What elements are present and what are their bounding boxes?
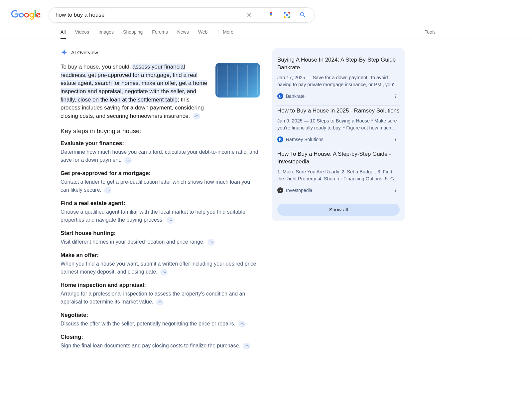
steps-heading: Key steps in buying a house: <box>61 127 260 135</box>
source-site: Investopedia <box>286 188 312 193</box>
svg-point-23 <box>395 191 396 192</box>
tab-more[interactable]: More <box>217 29 233 39</box>
svg-point-8 <box>286 14 288 16</box>
step-title: Make an offer: <box>61 252 260 259</box>
step-body: Visit different homes in your desired lo… <box>61 238 260 246</box>
source-item: How to Buy a House in 2025 - Ramsey Solu… <box>277 106 400 149</box>
citation-badge[interactable] <box>167 217 174 224</box>
source-overflow[interactable] <box>392 186 400 194</box>
ai-summary: To buy a house, you should: assess your … <box>61 63 209 120</box>
sources-card: Buying A House In 2024: A Step-By-Step G… <box>272 48 405 221</box>
tab-images[interactable]: Images <box>98 29 114 39</box>
citation-badge[interactable] <box>124 157 132 164</box>
svg-point-11 <box>218 33 219 34</box>
show-all-button[interactable]: Show all <box>277 204 400 216</box>
svg-point-22 <box>395 190 396 191</box>
citation-badge[interactable] <box>243 343 250 349</box>
svg-point-15 <box>395 95 396 95</box>
svg-point-18 <box>395 138 396 138</box>
top-bar <box>0 0 532 23</box>
step-item: Find a real estate agent:Choose a qualif… <box>61 200 260 224</box>
source-item: Buying A House In 2024: A Step-By-Step G… <box>277 55 400 106</box>
source-title[interactable]: How To Buy a House: A Step-by-Step Guide… <box>277 150 400 166</box>
step-body: When you find a house you want, submit a… <box>61 260 260 276</box>
source-title[interactable]: Buying A House In 2024: A Step-By-Step G… <box>277 56 400 72</box>
citation-badge[interactable] <box>104 187 111 194</box>
step-body: Contact a lender to get a pre-qualificat… <box>61 178 260 194</box>
step-title: Get pre-approved for a mortgage: <box>61 170 260 177</box>
summary-lead: To buy a house, you should: <box>61 64 132 70</box>
step-body: Discuss the offer with the seller, poten… <box>61 320 260 328</box>
svg-point-16 <box>395 96 396 97</box>
citation-badge[interactable] <box>160 269 168 276</box>
svg-point-9 <box>218 31 219 31</box>
ai-overview: AI Overview Learn more To buy a house, y… <box>61 48 260 356</box>
svg-rect-1 <box>284 12 285 14</box>
source-snippet: Jan 9, 2025 — 10 Steps to Buying a House… <box>277 117 400 131</box>
favicon: R <box>277 136 283 142</box>
citation-badge[interactable] <box>193 113 200 119</box>
source-site: Bankrate <box>286 94 305 99</box>
overview-thumbnail[interactable] <box>215 63 260 98</box>
step-body: Determine how much house you can afford,… <box>61 148 260 164</box>
svg-point-21 <box>395 189 396 189</box>
ai-overview-label: AI Overview <box>71 50 98 55</box>
citation-badge[interactable] <box>207 239 215 246</box>
step-item: Make an offer:When you find a house you … <box>61 252 260 276</box>
divider <box>260 10 260 20</box>
step-item: Negotiate:Discuss the offer with the sel… <box>61 312 260 328</box>
svg-point-17 <box>395 97 396 98</box>
lens-icon[interactable] <box>280 8 294 22</box>
source-snippet: 1. Make Sure You Are Ready. 2. Set a Bud… <box>277 168 400 182</box>
step-item: Evaluate your finances:Determine how muc… <box>61 140 260 164</box>
source-site: Ramsey Solutions <box>286 137 324 142</box>
google-logo[interactable] <box>11 10 41 20</box>
source-overflow[interactable] <box>392 135 400 143</box>
svg-rect-5 <box>284 16 285 18</box>
source-snippet: Jan 17, 2025 — Save for a down payment. … <box>277 74 400 88</box>
mic-icon[interactable] <box>264 8 278 22</box>
source-overflow[interactable] <box>392 92 400 100</box>
tab-shopping[interactable]: Shopping <box>123 29 143 39</box>
step-title: Find a real estate agent: <box>61 200 260 207</box>
tab-all[interactable]: All <box>61 29 66 39</box>
svg-rect-7 <box>289 16 290 18</box>
source-title[interactable]: How to Buy a House in 2025 - Ramsey Solu… <box>277 107 400 115</box>
step-title: Evaluate your finances: <box>61 140 260 147</box>
step-body: Arrange for a professional inspection to… <box>61 290 260 306</box>
favicon: • <box>277 187 283 193</box>
svg-point-10 <box>218 32 219 32</box>
step-item: Get pre-approved for a mortgage:Contact … <box>61 170 260 194</box>
svg-rect-3 <box>289 12 290 14</box>
step-title: Home inspection and appraisal: <box>61 282 260 289</box>
source-item: How To Buy a House: A Step-by-Step Guide… <box>277 149 400 200</box>
step-title: Start house hunting: <box>61 230 260 237</box>
tabs-row: All Videos Images Shopping Forums News W… <box>0 29 532 39</box>
favicon: B <box>277 93 283 99</box>
tab-videos[interactable]: Videos <box>75 29 89 39</box>
step-title: Closing: <box>61 334 260 340</box>
step-title: Negotiate: <box>61 312 260 318</box>
step-body: Choose a qualified agent familiar with t… <box>61 208 260 224</box>
search-icon[interactable] <box>296 8 310 22</box>
citation-badge[interactable] <box>156 299 164 305</box>
step-item: Home inspection and appraisal:Arrange fo… <box>61 282 260 306</box>
tab-news[interactable]: News <box>177 29 189 39</box>
search-box <box>49 7 315 23</box>
step-item: Closing:Sign the final loan documents an… <box>61 334 260 350</box>
svg-point-19 <box>395 139 396 140</box>
sparkle-icon <box>61 49 68 56</box>
citation-badge[interactable] <box>238 321 246 327</box>
clear-icon[interactable] <box>243 8 256 22</box>
tab-forums[interactable]: Forums <box>152 29 168 39</box>
step-item: Start house hunting:Visit different home… <box>61 230 260 246</box>
kebab-icon <box>217 30 221 34</box>
tools-button[interactable]: Tools <box>425 29 436 39</box>
search-input[interactable] <box>56 12 243 18</box>
svg-point-20 <box>395 140 396 141</box>
tab-web[interactable]: Web <box>198 29 208 39</box>
more-label: More <box>223 29 233 35</box>
step-body: Sign the final loan documents and pay cl… <box>61 342 260 350</box>
